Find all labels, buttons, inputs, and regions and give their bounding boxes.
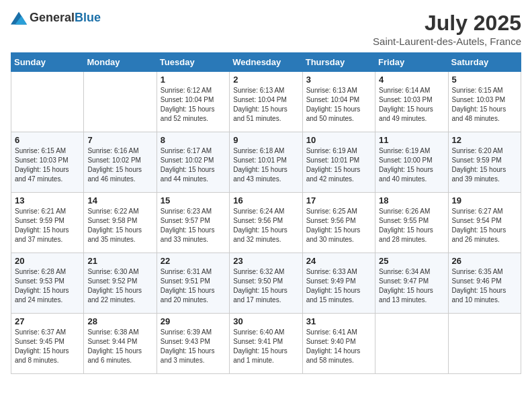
month-year: July 2025 xyxy=(373,11,521,36)
day-info: Sunrise: 6:20 AM Sunset: 9:59 PM Dayligh… xyxy=(452,146,517,184)
logo-icon xyxy=(11,11,27,25)
calendar-cell: 21Sunrise: 6:30 AM Sunset: 9:52 PM Dayli… xyxy=(84,253,157,314)
calendar-cell: 6Sunrise: 6:15 AM Sunset: 10:03 PM Dayli… xyxy=(11,132,84,193)
day-info: Sunrise: 6:19 AM Sunset: 10:01 PM Daylig… xyxy=(306,146,371,184)
day-info: Sunrise: 6:24 AM Sunset: 9:56 PM Dayligh… xyxy=(233,207,298,244)
day-number: 16 xyxy=(233,195,298,205)
calendar-cell: 1Sunrise: 6:12 AM Sunset: 10:04 PM Dayli… xyxy=(157,72,229,132)
day-info: Sunrise: 6:39 AM Sunset: 9:43 PM Dayligh… xyxy=(161,328,226,365)
day-number: 30 xyxy=(233,316,298,326)
day-info: Sunrise: 6:23 AM Sunset: 9:57 PM Dayligh… xyxy=(161,207,226,244)
day-number: 18 xyxy=(379,195,444,205)
calendar-cell: 7Sunrise: 6:16 AM Sunset: 10:02 PM Dayli… xyxy=(84,132,157,193)
calendar-cell: 29Sunrise: 6:39 AM Sunset: 9:43 PM Dayli… xyxy=(157,314,229,374)
week-row-2: 6Sunrise: 6:15 AM Sunset: 10:03 PM Dayli… xyxy=(11,132,521,193)
day-number: 27 xyxy=(15,316,80,326)
day-info: Sunrise: 6:32 AM Sunset: 9:50 PM Dayligh… xyxy=(233,267,298,305)
logo-blue-text: Blue xyxy=(75,11,101,24)
day-number: 13 xyxy=(15,195,80,205)
day-number: 19 xyxy=(452,195,517,205)
day-info: Sunrise: 6:30 AM Sunset: 9:52 PM Dayligh… xyxy=(87,267,152,305)
day-number: 2 xyxy=(233,75,298,85)
calendar-cell: 22Sunrise: 6:31 AM Sunset: 9:51 PM Dayli… xyxy=(157,253,229,314)
page-header: GeneralBlue July 2025 Saint-Laurent-des-… xyxy=(11,11,521,47)
calendar-cell: 28Sunrise: 6:38 AM Sunset: 9:44 PM Dayli… xyxy=(84,314,157,374)
logo-general: General xyxy=(30,11,75,24)
day-number: 22 xyxy=(161,256,226,266)
day-number: 25 xyxy=(379,256,444,266)
day-number: 12 xyxy=(452,135,517,145)
day-number: 7 xyxy=(87,135,152,145)
weekday-header-thursday: Thursday xyxy=(302,53,375,72)
calendar-cell: 23Sunrise: 6:32 AM Sunset: 9:50 PM Dayli… xyxy=(230,253,302,314)
calendar-cell: 31Sunrise: 6:41 AM Sunset: 9:40 PM Dayli… xyxy=(302,314,375,374)
calendar-cell: 20Sunrise: 6:28 AM Sunset: 9:53 PM Dayli… xyxy=(11,253,84,314)
week-row-5: 27Sunrise: 6:37 AM Sunset: 9:45 PM Dayli… xyxy=(11,314,521,374)
day-info: Sunrise: 6:15 AM Sunset: 10:03 PM Daylig… xyxy=(15,146,80,184)
calendar-cell xyxy=(11,72,84,132)
day-info: Sunrise: 6:41 AM Sunset: 9:40 PM Dayligh… xyxy=(306,328,371,365)
calendar-cell: 5Sunrise: 6:15 AM Sunset: 10:03 PM Dayli… xyxy=(448,72,521,132)
day-info: Sunrise: 6:38 AM Sunset: 9:44 PM Dayligh… xyxy=(87,328,152,365)
week-row-3: 13Sunrise: 6:21 AM Sunset: 9:59 PM Dayli… xyxy=(11,193,521,253)
calendar-cell xyxy=(84,72,157,132)
week-row-1: 1Sunrise: 6:12 AM Sunset: 10:04 PM Dayli… xyxy=(11,72,521,132)
day-number: 10 xyxy=(306,135,371,145)
day-number: 28 xyxy=(87,316,152,326)
day-info: Sunrise: 6:17 AM Sunset: 10:02 PM Daylig… xyxy=(161,146,226,184)
day-info: Sunrise: 6:13 AM Sunset: 10:04 PM Daylig… xyxy=(233,86,298,124)
location: Saint-Laurent-des-Autels, France xyxy=(373,36,521,47)
day-number: 23 xyxy=(233,256,298,266)
calendar-cell: 8Sunrise: 6:17 AM Sunset: 10:02 PM Dayli… xyxy=(157,132,229,193)
calendar-cell: 27Sunrise: 6:37 AM Sunset: 9:45 PM Dayli… xyxy=(11,314,84,374)
day-info: Sunrise: 6:16 AM Sunset: 10:02 PM Daylig… xyxy=(87,146,152,184)
calendar-cell: 3Sunrise: 6:13 AM Sunset: 10:04 PM Dayli… xyxy=(302,72,375,132)
day-info: Sunrise: 6:26 AM Sunset: 9:55 PM Dayligh… xyxy=(379,207,444,244)
logo: GeneralBlue xyxy=(11,11,101,25)
calendar-cell: 16Sunrise: 6:24 AM Sunset: 9:56 PM Dayli… xyxy=(230,193,302,253)
day-info: Sunrise: 6:19 AM Sunset: 10:00 PM Daylig… xyxy=(379,146,444,184)
day-info: Sunrise: 6:13 AM Sunset: 10:04 PM Daylig… xyxy=(306,86,371,124)
day-info: Sunrise: 6:15 AM Sunset: 10:03 PM Daylig… xyxy=(452,86,517,124)
day-number: 15 xyxy=(161,195,226,205)
calendar-cell xyxy=(448,314,521,374)
calendar-cell: 24Sunrise: 6:33 AM Sunset: 9:49 PM Dayli… xyxy=(302,253,375,314)
weekday-header-sunday: Sunday xyxy=(11,53,84,72)
calendar-cell: 10Sunrise: 6:19 AM Sunset: 10:01 PM Dayl… xyxy=(302,132,375,193)
day-info: Sunrise: 6:37 AM Sunset: 9:45 PM Dayligh… xyxy=(15,328,80,365)
weekday-header-tuesday: Tuesday xyxy=(157,53,229,72)
day-info: Sunrise: 6:22 AM Sunset: 9:58 PM Dayligh… xyxy=(87,207,152,244)
day-number: 3 xyxy=(306,75,371,85)
day-number: 29 xyxy=(161,316,226,326)
calendar-cell: 12Sunrise: 6:20 AM Sunset: 9:59 PM Dayli… xyxy=(448,132,521,193)
day-number: 17 xyxy=(306,195,371,205)
day-info: Sunrise: 6:18 AM Sunset: 10:01 PM Daylig… xyxy=(233,146,298,184)
day-info: Sunrise: 6:25 AM Sunset: 9:56 PM Dayligh… xyxy=(306,207,371,244)
day-number: 4 xyxy=(379,75,444,85)
week-row-4: 20Sunrise: 6:28 AM Sunset: 9:53 PM Dayli… xyxy=(11,253,521,314)
day-number: 24 xyxy=(306,256,371,266)
day-info: Sunrise: 6:40 AM Sunset: 9:41 PM Dayligh… xyxy=(233,328,298,365)
weekday-header-row: SundayMondayTuesdayWednesdayThursdayFrid… xyxy=(11,53,521,72)
calendar-cell: 15Sunrise: 6:23 AM Sunset: 9:57 PM Dayli… xyxy=(157,193,229,253)
day-number: 11 xyxy=(379,135,444,145)
calendar-cell: 14Sunrise: 6:22 AM Sunset: 9:58 PM Dayli… xyxy=(84,193,157,253)
calendar-cell: 25Sunrise: 6:34 AM Sunset: 9:47 PM Dayli… xyxy=(375,253,448,314)
weekday-header-wednesday: Wednesday xyxy=(230,53,302,72)
calendar-cell: 18Sunrise: 6:26 AM Sunset: 9:55 PM Dayli… xyxy=(375,193,448,253)
day-number: 6 xyxy=(15,135,80,145)
calendar-cell: 30Sunrise: 6:40 AM Sunset: 9:41 PM Dayli… xyxy=(230,314,302,374)
calendar-cell: 9Sunrise: 6:18 AM Sunset: 10:01 PM Dayli… xyxy=(230,132,302,193)
day-number: 20 xyxy=(15,256,80,266)
day-info: Sunrise: 6:35 AM Sunset: 9:46 PM Dayligh… xyxy=(452,267,517,305)
logo-text: GeneralBlue xyxy=(30,11,101,25)
calendar-cell: 11Sunrise: 6:19 AM Sunset: 10:00 PM Dayl… xyxy=(375,132,448,193)
day-info: Sunrise: 6:33 AM Sunset: 9:49 PM Dayligh… xyxy=(306,267,371,305)
day-number: 31 xyxy=(306,316,371,326)
day-number: 8 xyxy=(161,135,226,145)
calendar-cell: 4Sunrise: 6:14 AM Sunset: 10:03 PM Dayli… xyxy=(375,72,448,132)
calendar-cell: 17Sunrise: 6:25 AM Sunset: 9:56 PM Dayli… xyxy=(302,193,375,253)
calendar-cell: 13Sunrise: 6:21 AM Sunset: 9:59 PM Dayli… xyxy=(11,193,84,253)
calendar-table: SundayMondayTuesdayWednesdayThursdayFrid… xyxy=(11,52,521,374)
day-number: 26 xyxy=(452,256,517,266)
